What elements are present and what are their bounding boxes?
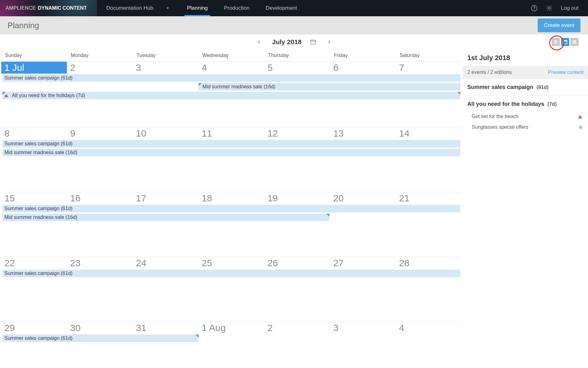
chevron-down-icon: ▼ <box>166 6 170 10</box>
week-row: 29 30 31 1 Aug 2 3 4 Summer sales campai… <box>1 322 462 368</box>
svg-rect-5 <box>555 42 557 42</box>
triangle-icon <box>4 94 8 97</box>
side-summary: 2 events / 2 editions Preview content <box>463 66 588 79</box>
hub-label: Documentation Hub <box>106 5 153 11</box>
day-cell[interactable]: 5 <box>264 62 330 74</box>
calendar-icon[interactable] <box>310 39 316 45</box>
dot-icon <box>579 126 582 129</box>
day-cell[interactable]: 3 <box>133 62 199 74</box>
edition-item[interactable]: Get set for the beach <box>467 111 584 121</box>
svg-rect-10 <box>573 42 576 42</box>
day-cell[interactable]: 10 <box>133 127 199 139</box>
day-cell[interactable]: 14 <box>396 127 462 139</box>
day-cell[interactable]: 18 <box>199 192 264 204</box>
brand-thin: AMPLIENCE <box>6 5 36 11</box>
day-cell[interactable]: 17 <box>133 192 199 204</box>
day-cell[interactable]: 15 <box>1 192 67 204</box>
day-cell[interactable]: 24 <box>133 257 199 269</box>
event-bar-summer[interactable]: Summer sales campaign (61d) <box>3 334 199 342</box>
side-panel: 1st July 2018 2 events / 2 editions Prev… <box>463 49 588 368</box>
event-bar-label: Summer sales campaign (61d) <box>4 335 73 341</box>
day-cell[interactable]: 19 <box>264 192 330 204</box>
day-header: Friday <box>330 49 396 61</box>
preview-content-link[interactable]: Preview content <box>548 70 584 75</box>
end-marker-icon <box>326 214 329 217</box>
list-view-button[interactable] <box>570 38 579 46</box>
sub-header: Planning Create event <box>0 16 588 34</box>
calendar: Sunday Monday Tuesday Wednesday Thursday… <box>0 49 463 368</box>
nav-tabs: Planning Production Development <box>179 0 305 16</box>
day-header: Sunday <box>1 49 67 61</box>
top-bar: AMPLIENCE DYNAMIC CONTENT Documentation … <box>0 0 588 16</box>
calendar-toolbar: July 2018 <box>0 34 588 49</box>
day-cell[interactable]: 12 <box>264 127 330 139</box>
day-cell[interactable]: 30 <box>67 322 133 334</box>
day-cell[interactable]: 31 <box>133 322 199 334</box>
month-nav: July 2018 <box>255 38 334 46</box>
svg-rect-8 <box>563 40 567 41</box>
side-event[interactable]: Summer sales campaign (61d) <box>463 79 588 96</box>
create-event-button[interactable]: Create event <box>538 18 580 32</box>
day-cell[interactable]: 4 <box>199 62 264 74</box>
day-cell[interactable]: 2 <box>67 62 133 74</box>
day-cell[interactable]: 8 <box>1 127 67 139</box>
next-month-button[interactable] <box>324 39 333 45</box>
week-row: 15 16 17 18 19 20 21 Summer sales campai… <box>1 192 462 257</box>
event-bar-midsummer[interactable]: Mid summer madness sale (16d) <box>3 149 460 156</box>
day-cell[interactable]: 1 Jul <box>1 62 67 74</box>
day-cell[interactable]: 25 <box>199 257 264 269</box>
edition-item[interactable]: Sunglasses special offers <box>467 121 584 132</box>
day-cell[interactable]: 29 <box>1 322 67 334</box>
help-icon[interactable] <box>531 5 538 12</box>
day-cell[interactable]: 21 <box>396 192 462 204</box>
end-marker-icon <box>195 334 199 338</box>
edition-label: Sunglasses special offers <box>472 124 528 130</box>
prev-month-button[interactable] <box>255 39 264 45</box>
day-cell[interactable]: 2 <box>264 322 330 334</box>
event-bar-summer[interactable]: Summer sales campaign (61d) <box>3 140 460 148</box>
start-marker-icon <box>199 83 202 86</box>
tab-production[interactable]: Production <box>216 0 257 16</box>
event-bar-midsummer[interactable]: Mid summer madness sale (16d) <box>3 214 329 221</box>
hub-selector[interactable]: Documentation Hub ▼ <box>97 5 179 11</box>
day-cell[interactable]: 4 <box>396 322 462 334</box>
event-bar-summer[interactable]: Summer sales campaign (61d) <box>3 270 460 277</box>
top-right: Log out <box>531 5 588 12</box>
event-bar-holidays[interactable]: All you need for the holidays (7d) <box>3 92 460 99</box>
brand-bold: DYNAMIC CONTENT <box>38 5 87 11</box>
tab-planning[interactable]: Planning <box>179 0 216 16</box>
day-numbers: 1 Jul 2 3 4 5 6 7 <box>1 62 462 74</box>
side-event-duration: (7d) <box>548 101 557 107</box>
side-event[interactable]: All you need for the holidays (7d) Get s… <box>463 96 588 137</box>
day-cell[interactable]: 16 <box>67 192 133 204</box>
day-header: Saturday <box>396 49 462 61</box>
tab-development[interactable]: Development <box>258 0 305 16</box>
side-summary-text: 2 events / 2 editions <box>467 70 512 75</box>
timeline-view-button[interactable] <box>552 38 560 46</box>
gear-icon[interactable] <box>546 5 553 12</box>
day-cell[interactable]: 22 <box>1 257 67 269</box>
logout-link[interactable]: Log out <box>561 5 579 11</box>
day-cell[interactable]: 20 <box>330 192 396 204</box>
day-cell[interactable]: 27 <box>330 257 396 269</box>
day-cell[interactable]: 3 <box>330 322 396 334</box>
side-date: 1st July 2018 <box>463 49 588 66</box>
day-cell[interactable]: 1 Aug <box>199 322 264 334</box>
event-bar-midsummer[interactable]: Mid summer madness sale (16d) <box>199 83 460 91</box>
event-bar-summer[interactable]: Summer sales campaign (61d) <box>3 205 460 212</box>
day-cell[interactable]: 6 <box>330 62 396 74</box>
brand-logo: AMPLIENCE DYNAMIC CONTENT <box>0 0 97 16</box>
day-cell[interactable]: 13 <box>330 127 396 139</box>
day-cell[interactable]: 28 <box>396 257 462 269</box>
svg-rect-4 <box>554 40 557 41</box>
week-row: 8 9 10 11 12 13 14 Summer sales campaign… <box>1 127 462 192</box>
day-cell[interactable]: 7 <box>396 62 462 74</box>
svg-rect-3 <box>311 40 315 44</box>
day-cell[interactable]: 23 <box>67 257 133 269</box>
event-bar-summer[interactable]: Summer sales campaign (61d) <box>3 74 460 82</box>
day-cell[interactable]: 26 <box>264 257 330 269</box>
calendar-view-button[interactable] <box>561 38 569 46</box>
day-cell[interactable]: 9 <box>67 127 133 139</box>
day-cell[interactable]: 11 <box>199 127 264 139</box>
side-event-title: Summer sales campaign <box>467 84 533 90</box>
